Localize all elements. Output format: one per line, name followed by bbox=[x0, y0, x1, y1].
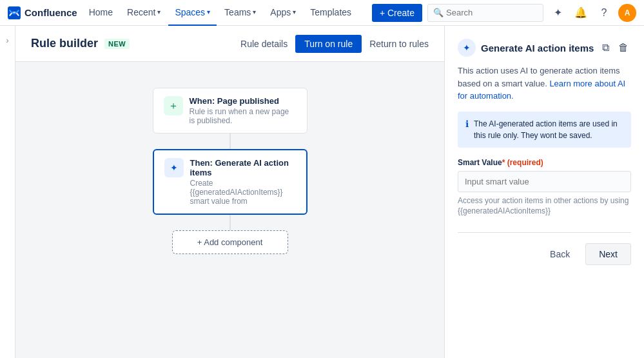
trigger-node-content: When: Page published Rule is run when a … bbox=[190, 96, 297, 125]
logo-text: Confluence bbox=[24, 7, 77, 18]
info-box: ℹ The AI-generated action items are used… bbox=[458, 112, 631, 148]
action-node-content: Then: Generate AI action items Create {{… bbox=[190, 158, 296, 206]
apps-chevron-icon: ▾ bbox=[293, 8, 296, 15]
turn-on-rule-button[interactable]: Turn on rule bbox=[295, 35, 362, 53]
panel-title: Generate AI action items bbox=[481, 43, 594, 54]
nav-items: Home Recent▾ Spaces▾ Teams▾ Apps▾ Templa… bbox=[83, 0, 372, 26]
info-icon: ℹ bbox=[465, 119, 469, 141]
panel-header-left: ✦ Generate AI action items bbox=[458, 39, 594, 57]
panel-actions: ⧉ 🗑 bbox=[600, 41, 631, 55]
add-component-label: + Add component bbox=[197, 237, 263, 247]
new-badge: NEW bbox=[104, 39, 130, 49]
header-bar: Rule builder NEW Rule details Turn on ru… bbox=[15, 26, 444, 62]
panel-footer: Back Next bbox=[458, 232, 631, 265]
main-content: Rule builder NEW Rule details Turn on ru… bbox=[15, 26, 444, 358]
spaces-chevron-icon: ▾ bbox=[207, 8, 210, 15]
nav-home[interactable]: Home bbox=[83, 0, 119, 26]
connector-2 bbox=[229, 215, 231, 230]
logo[interactable]: Confluence bbox=[8, 6, 77, 19]
create-button[interactable]: + Create bbox=[372, 4, 422, 22]
help-icon[interactable]: ? bbox=[595, 4, 613, 22]
teams-chevron-icon: ▾ bbox=[253, 8, 256, 15]
sidebar-toggle[interactable]: › bbox=[0, 26, 15, 358]
canvas: ＋ When: Page published Rule is run when … bbox=[15, 62, 444, 280]
search-bar[interactable]: 🔍 bbox=[427, 4, 543, 22]
panel-copy-button[interactable]: ⧉ bbox=[600, 41, 612, 55]
rule-details-link[interactable]: Rule details bbox=[240, 39, 288, 49]
add-component-button[interactable]: + Add component bbox=[172, 230, 288, 254]
next-button[interactable]: Next bbox=[585, 243, 631, 265]
smart-value-input[interactable] bbox=[458, 171, 631, 192]
navbar: Confluence Home Recent▾ Spaces▾ Teams▾ A… bbox=[0, 0, 644, 26]
nav-spaces[interactable]: Spaces▾ bbox=[168, 0, 217, 26]
nav-recent[interactable]: Recent▾ bbox=[121, 0, 167, 26]
recent-chevron-icon: ▾ bbox=[157, 8, 161, 15]
search-input[interactable] bbox=[446, 8, 538, 17]
smart-value-label: Smart Value* (required) bbox=[458, 158, 631, 167]
header-right: Rule details Turn on rule Return to rule… bbox=[240, 35, 429, 53]
action-node-desc: Create {{generatedAIActionItems}} smart … bbox=[190, 179, 296, 206]
trigger-node-title: When: Page published bbox=[190, 96, 297, 106]
return-to-rules-link[interactable]: Return to rules bbox=[369, 39, 429, 49]
trigger-node-desc: Rule is run when a new page is published… bbox=[190, 107, 297, 125]
back-button[interactable]: Back bbox=[540, 243, 580, 265]
page-layout: › Rule builder NEW Rule details Turn on … bbox=[0, 26, 644, 358]
action-node[interactable]: ✦ Then: Generate AI action items Create … bbox=[153, 149, 307, 215]
nav-templates[interactable]: Templates bbox=[304, 0, 358, 26]
info-text: The AI-generated action items are used i… bbox=[474, 118, 623, 141]
action-node-icon: ✦ bbox=[164, 158, 184, 177]
header-left: Rule builder NEW bbox=[31, 37, 130, 50]
trigger-node-icon: ＋ bbox=[164, 96, 183, 115]
nav-right: + Create 🔍 ✦ 🔔 ? A bbox=[372, 4, 636, 22]
notifications-icon[interactable]: 🔔 bbox=[572, 4, 590, 22]
search-icon: 🔍 bbox=[433, 8, 444, 17]
field-hint: Access your action items in other action… bbox=[458, 195, 631, 217]
nav-teams[interactable]: Teams▾ bbox=[218, 0, 262, 26]
panel-ai-icon: ✦ bbox=[458, 39, 476, 57]
action-node-title: Then: Generate AI action items bbox=[190, 158, 296, 177]
side-panel: ✦ Generate AI action items ⧉ 🗑 This acti… bbox=[444, 26, 644, 358]
panel-header: ✦ Generate AI action items ⧉ 🗑 bbox=[458, 39, 631, 57]
ai-icon-btn[interactable]: ✦ bbox=[549, 4, 567, 22]
trigger-node[interactable]: ＋ When: Page published Rule is run when … bbox=[153, 88, 307, 134]
avatar[interactable]: A bbox=[618, 4, 636, 22]
sidebar-toggle-icon: › bbox=[6, 36, 9, 45]
page-title: Rule builder bbox=[31, 37, 98, 50]
nav-apps[interactable]: Apps▾ bbox=[264, 0, 302, 26]
panel-description: This action uses AI to generate action i… bbox=[458, 65, 631, 103]
panel-delete-button[interactable]: 🗑 bbox=[616, 41, 631, 55]
connector-1 bbox=[229, 134, 231, 149]
